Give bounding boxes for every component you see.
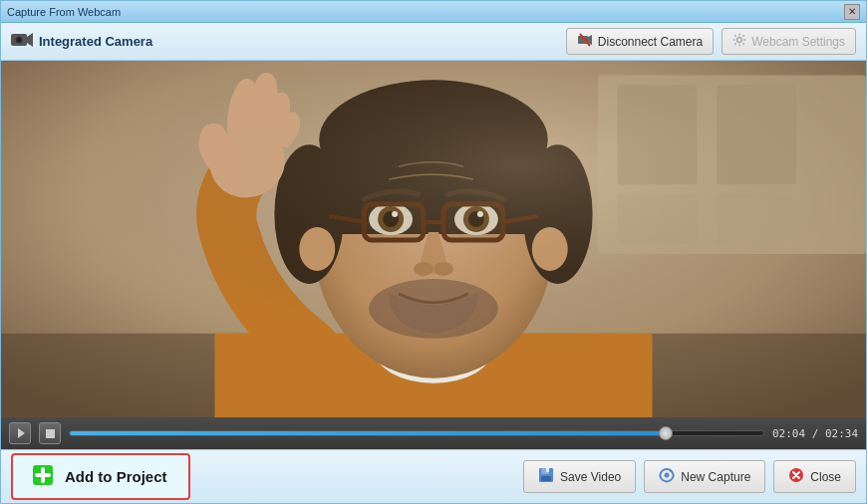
time-display: 02:04 / 02:34: [772, 427, 858, 440]
save-video-button[interactable]: Save Video: [523, 460, 636, 493]
add-to-project-label: Add to Project: [65, 468, 167, 485]
title-bar-text: Capture From Webcam: [7, 6, 844, 18]
camera-label: Integrated Camera: [11, 31, 558, 52]
svg-rect-49: [541, 476, 551, 481]
add-to-project-button[interactable]: Add to Project: [11, 453, 190, 500]
svg-rect-46: [35, 473, 51, 477]
video-area: [1, 61, 866, 417]
save-icon: [538, 467, 554, 486]
camera-name: Integrated Camera: [39, 34, 152, 49]
save-video-label: Save Video: [560, 470, 621, 484]
webcam-settings-button[interactable]: Webcam Settings: [722, 28, 856, 55]
settings-icon: [732, 33, 746, 50]
bottom-buttons-right: Save Video New Capture: [523, 460, 856, 493]
settings-label: Webcam Settings: [751, 35, 845, 49]
svg-point-51: [665, 473, 670, 478]
close-icon: [788, 467, 804, 486]
progress-thumb[interactable]: [659, 426, 673, 440]
title-close-button[interactable]: ✕: [844, 4, 860, 20]
disconnect-camera-button[interactable]: Disconnect Camera: [566, 28, 714, 55]
stop-icon: [46, 429, 55, 438]
controls-bar: 02:04 / 02:34: [1, 417, 866, 449]
video-feed: [1, 61, 866, 417]
progress-track[interactable]: [69, 430, 764, 436]
title-bar: Capture From Webcam ✕: [1, 1, 866, 23]
stop-button[interactable]: [39, 422, 61, 444]
add-plus-icon: [29, 461, 57, 492]
disconnect-label: Disconnect Camera: [598, 35, 703, 49]
svg-rect-50: [546, 468, 549, 472]
svg-point-3: [17, 38, 21, 42]
close-label: Close: [810, 470, 841, 484]
camera-icon: [11, 31, 33, 52]
play-icon: [18, 428, 25, 438]
svg-point-7: [737, 38, 742, 43]
progress-fill: [70, 431, 666, 435]
main-window: Capture From Webcam ✕ Integrated Camera: [0, 0, 867, 504]
play-button[interactable]: [9, 422, 31, 444]
bottom-bar: Add to Project Save Video: [1, 449, 866, 503]
disconnect-icon: [577, 33, 593, 50]
new-capture-button[interactable]: New Capture: [644, 460, 765, 493]
svg-marker-1: [27, 33, 33, 47]
new-capture-label: New Capture: [681, 470, 750, 484]
close-button[interactable]: Close: [773, 460, 856, 493]
svg-rect-43: [1, 61, 866, 417]
toolbar: Integrated Camera Disconnect Camera Webc…: [1, 23, 866, 61]
new-capture-icon: [659, 467, 675, 486]
